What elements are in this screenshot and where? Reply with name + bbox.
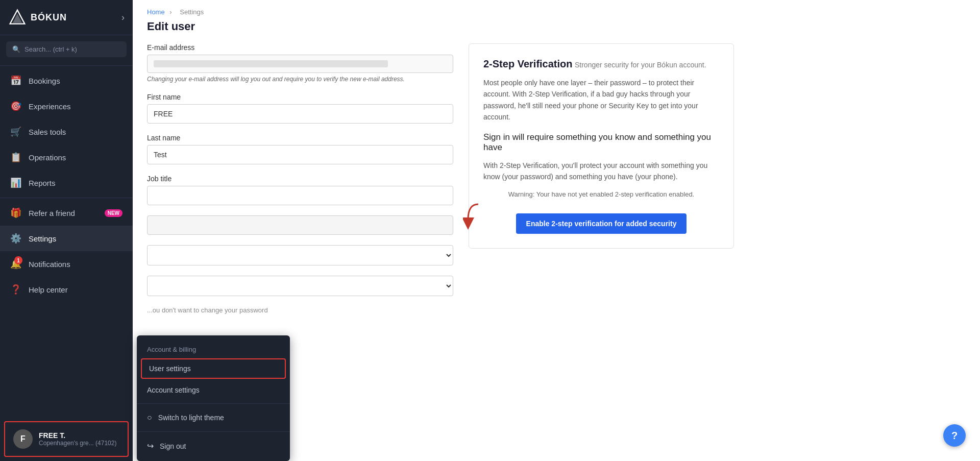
avatar: F [13,429,33,449]
experiences-icon: 🎯 [10,101,21,112]
dropdown-divider2 [137,431,290,432]
verification-desc2: With 2-Step Verification, you'll protect… [483,160,719,183]
field-group-7: ...ou don't want to change your password [147,306,453,314]
dropdown-section-title: Account & billing [137,339,290,357]
settings-icon: ⚙️ [10,233,21,244]
sales-tools-icon: 🛒 [10,126,21,137]
theme-icon: ○ [147,413,152,422]
sidebar-item-label: Reports [29,179,122,187]
breadcrumb-current: Settings [180,8,204,16]
field-group-5 [147,245,453,265]
dropdown-menu: Account & billing User settings Account … [137,335,290,461]
breadcrumb: Home › Settings [133,0,980,18]
dropdown-item-signout[interactable]: ↪ Sign out [137,435,290,457]
logo-area: BÓKUN [8,8,67,27]
user-sub: Copenhagen's gre... (47102) [39,440,116,447]
last-name-label: Last name [147,134,453,142]
dropdown-item-account-settings[interactable]: Account settings [137,380,290,400]
first-name-input[interactable] [147,104,453,124]
email-label: E-mail address [147,43,453,52]
breadcrumb-separator: › [169,8,172,16]
user-profile[interactable]: F FREE T. Copenhagen's gre... (47102) [4,421,129,457]
sidebar-item-label: Experiences [29,102,122,111]
sidebar: BÓKUN › 🔍 Search... (ctrl + k) 📅 Booking… [0,0,133,461]
extra-select-1[interactable] [147,245,453,265]
edit-user-body: E-mail address Changing your e-mail addr… [133,43,980,345]
last-name-group: Last name [147,134,453,164]
sidebar-item-label: Bookings [29,77,122,85]
sidebar-item-label: Notifications [29,260,122,269]
theme-label: Switch to light theme [158,414,224,422]
dropdown-divider [137,403,290,404]
sidebar-item-label: Refer a friend [29,209,97,217]
help-icon: ❓ [10,284,21,295]
bookings-icon: 📅 [10,75,21,86]
sidebar-header: BÓKUN › [0,0,133,35]
logo-icon [8,8,27,27]
sidebar-item-reports[interactable]: 📊 Reports [0,170,133,196]
field-group-4 [147,215,453,235]
verification-desc1: Most people only have one layer – their … [483,77,719,123]
password-hint: ...ou don't want to change your password [147,306,453,314]
verification-heading: 2-Step Verification Stronger security fo… [483,58,719,70]
job-title-group: Job title [147,175,453,205]
red-arrow-icon [463,200,494,231]
page-title: Edit user [133,18,980,43]
sidebar-item-label: Operations [29,153,122,162]
last-name-input[interactable] [147,145,453,164]
extra-input-1[interactable] [147,215,453,235]
user-settings-label: User settings [149,365,191,373]
signout-icon: ↪ [147,441,154,451]
verification-title: 2-Step Verification [483,58,573,69]
sidebar-item-label: Sales tools [29,128,122,136]
dropdown-item-user-settings[interactable]: User settings [141,358,286,379]
verification-heading2: Sign in will require something you know … [483,132,719,153]
new-badge: NEW [105,209,122,217]
btn-arrow-container: Enable 2-step verification for added sec… [483,205,719,234]
signout-label: Sign out [160,442,186,450]
logo-text: BÓKUN [31,12,67,23]
user-name: FREE T. [39,431,116,440]
breadcrumb-home[interactable]: Home [147,8,165,16]
help-fab[interactable]: ? [943,424,966,447]
first-name-label: First name [147,93,453,101]
account-settings-label: Account settings [147,386,200,394]
notification-badge: 1 [14,256,22,264]
search-icon: 🔍 [12,45,20,53]
extra-select-2[interactable] [147,276,453,296]
dropdown-item-theme[interactable]: ○ Switch to light theme [137,407,290,428]
search-bar[interactable]: 🔍 Search... (ctrl + k) [6,41,127,57]
sidebar-item-help[interactable]: ❓ Help center [0,277,133,302]
sidebar-divider-mid [0,198,133,198]
sidebar-divider-top [0,65,133,66]
email-masked [154,60,388,67]
sidebar-item-notifications[interactable]: 🔔 1 Notifications [0,251,133,277]
nav-forward-icon[interactable]: › [121,12,125,23]
sidebar-item-sales-tools[interactable]: 🛒 Sales tools [0,119,133,144]
reports-icon: 📊 [10,177,21,188]
user-info: FREE T. Copenhagen's gre... (47102) [39,431,116,447]
sidebar-item-bookings[interactable]: 📅 Bookings [0,68,133,93]
sidebar-item-experiences[interactable]: 🎯 Experiences [0,93,133,119]
email-hint: Changing your e-mail address will log yo… [147,76,453,83]
email-group: E-mail address Changing your e-mail addr… [147,43,453,83]
sidebar-item-settings[interactable]: ⚙️ Settings [0,226,133,251]
enable-2step-button[interactable]: Enable 2-step verification for added sec… [516,213,687,234]
sidebar-item-refer[interactable]: 🎁 Refer a friend NEW [0,200,133,226]
field-group-6 [147,276,453,296]
sidebar-item-label: Help center [29,285,122,294]
verification-warning: Warning: Your have not yet enabled 2-ste… [483,190,719,198]
verification-card: 2-Step Verification Stronger security fo… [469,43,734,249]
first-name-group: First name [147,93,453,124]
job-title-label: Job title [147,175,453,183]
sidebar-item-operations[interactable]: 📋 Operations [0,144,133,170]
job-title-input[interactable] [147,186,453,205]
search-placeholder: Search... (ctrl + k) [24,45,77,53]
verification-subtitle: Stronger security for your Bókun account… [575,61,706,69]
refer-icon: 🎁 [10,207,21,219]
form-column: E-mail address Changing your e-mail addr… [147,43,453,324]
operations-icon: 📋 [10,152,21,163]
sidebar-item-label: Settings [29,234,122,243]
help-fab-label: ? [951,430,958,442]
